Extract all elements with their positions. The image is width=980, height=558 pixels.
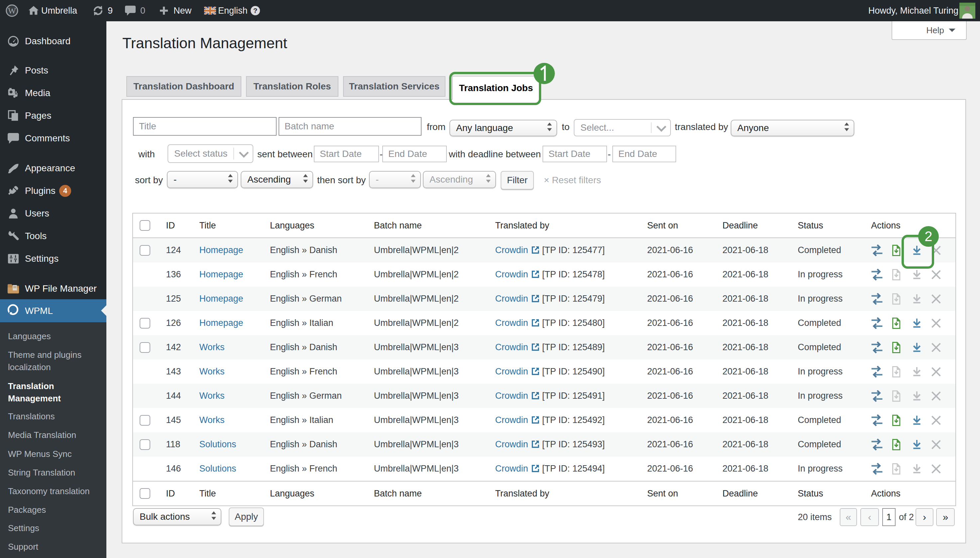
svg-text:?: ? — [253, 7, 257, 14]
svg-text:W: W — [8, 6, 16, 16]
